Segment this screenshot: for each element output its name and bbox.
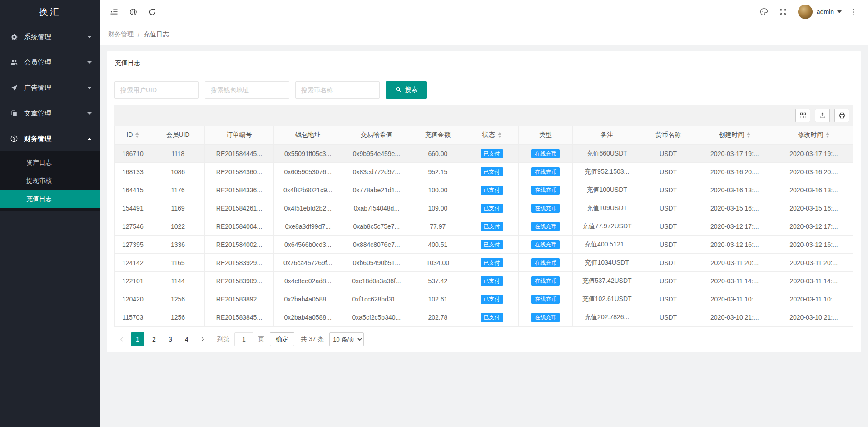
page-size-select[interactable]: 10 条/页 [329,332,364,346]
page-button-3[interactable]: 3 [164,332,177,346]
chevron-down-icon [87,61,92,64]
badge-status: 已支付 [481,167,503,176]
sidebar-item-recharge-log[interactable]: 充值日志 [0,190,100,208]
sort-icon[interactable] [747,131,750,140]
cell-uid: 1256 [151,290,205,308]
chevron-down-icon [87,112,92,115]
sidebar-item-articles[interactable]: 文章管理 [0,100,100,126]
refresh-icon[interactable] [143,0,162,24]
copy-icon [10,109,18,117]
search-uid-input[interactable] [114,81,199,99]
column-header-id[interactable]: ID [115,126,151,145]
cell-amount: 109.00 [411,199,465,217]
cell-status: 已支付 [465,236,519,254]
page-unit-label: 页 [258,335,264,343]
sidebar-item-label: 广告管理 [24,84,51,92]
cell-remark: 充值400.5121... [573,236,641,254]
next-page-icon[interactable] [196,332,209,346]
search-wallet-input[interactable] [205,81,289,99]
cell-status: 已支付 [465,217,519,236]
badge-type: 在线充币 [531,167,560,176]
column-header-uid: 会员UID [151,126,205,145]
username-label: admin [817,8,834,15]
cell-amount: 100.00 [411,181,465,199]
export-icon[interactable] [815,109,830,122]
cell-currency: USDT [641,308,695,327]
column-label: 创建时间 [719,131,744,138]
breadcrumb-parent[interactable]: 财务管理 [108,30,134,39]
cell-id: 124142 [115,254,151,272]
page-button-1[interactable]: 1 [131,332,144,346]
gear-icon [10,33,18,41]
cell-wallet: 0x2bab4a0588... [273,308,342,327]
cell-currency: USDT [641,181,695,199]
user-menu[interactable]: admin [817,8,842,15]
column-label: 修改时间 [798,131,823,138]
badge-status: 已支付 [481,240,503,249]
cell-type: 在线充币 [519,308,573,327]
sidebar-item-ads[interactable]: 广告管理 [0,75,100,100]
pagination: 1234 到第 页 确定 共 37 条 10 条/页 [114,332,853,346]
cell-tx_hash: 0x884c8076e7... [342,236,411,254]
cell-created_at: 2020-03-11 14:... [695,272,774,290]
column-header-status[interactable]: 状态 [465,126,519,145]
cell-updated_at: 2020-03-12 16:... [774,236,853,254]
finance-submenu: 资产日志 提现审核 充值日志 [0,151,100,211]
cell-order_no: RE201583892... [205,290,273,308]
cell-wallet: 0x2bab4a0588... [273,290,342,308]
filter-columns-icon[interactable] [795,109,810,122]
sort-icon[interactable] [498,131,501,140]
cell-type: 在线充币 [519,290,573,308]
app-logo[interactable]: 换汇 [0,0,100,24]
cell-currency: USDT [641,217,695,236]
avatar[interactable] [798,5,813,19]
cell-uid: 1165 [151,254,205,272]
search-button[interactable]: 搜索 [386,81,427,99]
cell-tx_hash: 0xab7f54048d... [342,199,411,217]
sidebar-item-asset-log[interactable]: 资产日志 [0,153,100,171]
badge-status: 已支付 [481,204,503,213]
sidebar-item-finance[interactable]: 财务管理 [0,126,100,151]
search-coin-input[interactable] [295,81,380,99]
column-header-updated_at[interactable]: 修改时间 [774,126,853,145]
sidebar-item-members[interactable]: 会员管理 [0,50,100,75]
sidebar-item-system[interactable]: 系统管理 [0,24,100,50]
cell-order_no: RE201583845... [205,308,273,327]
cell-currency: USDT [641,254,695,272]
cell-created_at: 2020-03-10 21:... [695,308,774,327]
cell-type: 在线充币 [519,217,573,236]
print-icon[interactable] [834,109,849,122]
cell-updated_at: 2020-03-12 17:... [774,217,853,236]
palette-icon[interactable] [754,0,774,24]
cell-id: 115703 [115,308,151,327]
globe-icon[interactable] [124,0,143,24]
sidebar: 换汇 系统管理 会员管理 广告管理 文章管理 [0,0,100,427]
page-button-2[interactable]: 2 [147,332,161,346]
more-menu-icon[interactable] [846,0,860,24]
cell-uid: 1256 [151,308,205,327]
column-label: 会员UID [166,131,189,138]
prev-page-icon[interactable] [115,332,128,346]
confirm-jump-button[interactable]: 确定 [270,332,294,346]
cell-status: 已支付 [465,181,519,199]
collapse-menu-icon[interactable] [104,0,124,24]
jump-page-input[interactable] [234,332,253,346]
cell-uid: 1176 [151,181,205,199]
table-row: 1221011144RE201583909...0x4c8ee02ad8...0… [115,272,853,290]
cell-tx_hash: 0x778abe21d1... [342,181,411,199]
search-button-label: 搜索 [405,86,418,94]
column-header-created_at[interactable]: 创建时间 [695,126,774,145]
cell-id: 127546 [115,217,151,236]
cell-amount: 77.97 [411,217,465,236]
cell-status: 已支付 [465,163,519,181]
page-button-4[interactable]: 4 [180,332,193,346]
sidebar-item-withdraw-review[interactable]: 提现审核 [0,171,100,190]
sort-icon[interactable] [826,131,829,140]
sort-icon[interactable] [135,131,139,140]
cell-order_no: RE201583909... [205,272,273,290]
cell-remark: 充值109USDT [573,199,641,217]
cell-currency: USDT [641,163,695,181]
fullscreen-icon[interactable] [774,0,793,24]
cell-tx_hash: 0x83ed772d97... [342,163,411,181]
cell-wallet: 0x6059053076... [273,163,342,181]
